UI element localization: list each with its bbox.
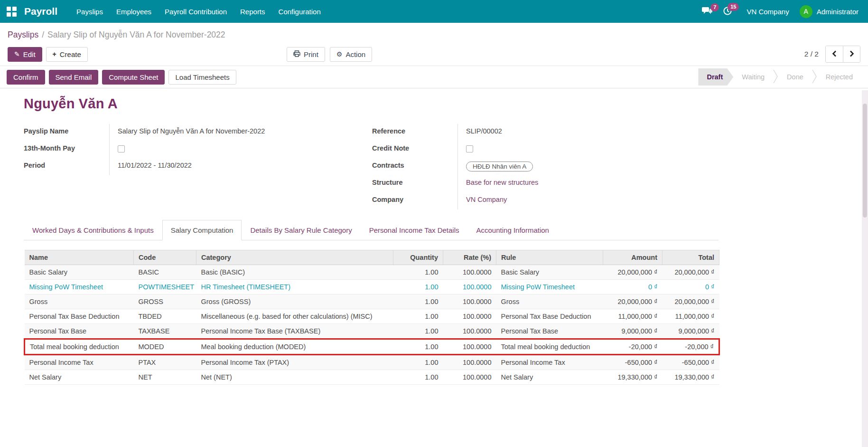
menu-item-payslips[interactable]: Payslips	[70, 0, 110, 23]
cell-total[interactable]: 20,000,000 ₫	[663, 265, 719, 280]
company-switcher[interactable]: VN Company	[747, 8, 789, 16]
table-row-tbded[interactable]: Personal Tax Base DeductionTBDEDMiscella…	[25, 309, 719, 324]
cell-code[interactable]: POWTIMESHEET	[134, 280, 196, 295]
cell-total[interactable]: 11,000,000 ₫	[663, 309, 719, 324]
cell-amount[interactable]: 20,000,000 ₫	[603, 265, 663, 280]
cell-name[interactable]: Personal Tax Base Deduction	[25, 309, 134, 324]
menu-item-reports[interactable]: Reports	[233, 0, 272, 23]
cell-total[interactable]: -20,000 ₫	[663, 339, 719, 355]
print-button[interactable]: Print	[287, 47, 325, 62]
cell-category[interactable]: Gross (GROSS)	[196, 295, 393, 309]
table-row-gross[interactable]: GrossGROSSGross (GROSS)1.00100.0000Gross…	[25, 295, 719, 309]
cell-amount[interactable]: 9,000,000 ₫	[603, 324, 663, 339]
cell-total[interactable]: 9,000,000 ₫	[663, 324, 719, 339]
cell-name[interactable]: Gross	[25, 295, 134, 309]
tab-accounting-information[interactable]: Accounting Information	[468, 220, 558, 240]
cell-rate[interactable]: 100.0000	[443, 280, 496, 295]
cell-category[interactable]: Basic (BASIC)	[196, 265, 393, 280]
column-header-amount[interactable]: Amount	[603, 250, 663, 265]
cell-total[interactable]: -650,000 ₫	[663, 355, 719, 370]
column-header-rule[interactable]: Rule	[496, 250, 603, 265]
cell-category[interactable]: Net (NET)	[196, 370, 393, 385]
table-row-taxbase[interactable]: Personal Tax BaseTAXBASEPersonal Income …	[25, 324, 719, 339]
create-button[interactable]: + Create	[46, 47, 88, 62]
column-header-name[interactable]: Name	[25, 250, 134, 265]
cell-rate[interactable]: 100.0000	[443, 370, 496, 385]
structure-link[interactable]: Base for new structures	[466, 179, 538, 186]
scrollbar-thumb[interactable]	[863, 104, 867, 218]
cell-rate[interactable]: 100.0000	[443, 355, 496, 370]
cell-name[interactable]: Basic Salary	[25, 265, 134, 280]
table-row-basic[interactable]: Basic SalaryBASICBasic (BASIC)1.00100.00…	[25, 265, 719, 280]
cell-total[interactable]: 20,000,000 ₫	[663, 295, 719, 309]
cell-total[interactable]: 0 ₫	[663, 280, 719, 295]
user-menu[interactable]: A Administrator	[800, 5, 859, 18]
column-header-quantity[interactable]: Quantity	[393, 250, 443, 265]
cell-code[interactable]: BASIC	[134, 265, 196, 280]
pager-next-button[interactable]	[843, 46, 860, 62]
cell-rule[interactable]: Personal Tax Base Deduction	[496, 309, 603, 324]
table-row-moded[interactable]: Total meal booking deductionMODEDMeal bo…	[25, 339, 719, 355]
cell-name[interactable]: Net Salary	[25, 370, 134, 385]
cell-code[interactable]: NET	[134, 370, 196, 385]
cell-code[interactable]: PTAX	[134, 355, 196, 370]
company-link[interactable]: VN Company	[466, 196, 507, 203]
cell-rule[interactable]: Basic Salary	[496, 265, 603, 280]
cell-rule[interactable]: Personal Income Tax	[496, 355, 603, 370]
cell-amount[interactable]: 0 ₫	[603, 280, 663, 295]
confirm-button[interactable]: Confirm	[7, 70, 45, 85]
cell-quantity[interactable]: 1.00	[393, 265, 443, 280]
menu-item-payroll-contribution[interactable]: Payroll Contribution	[158, 0, 233, 23]
column-header-category[interactable]: Category	[196, 250, 393, 265]
breadcrumb-parent[interactable]: Payslips	[8, 30, 38, 39]
contracts-tag[interactable]: HĐLĐ Nhân viên A	[466, 162, 533, 171]
tab-salary-computation[interactable]: Salary Computation	[162, 220, 242, 240]
cell-quantity[interactable]: 1.00	[393, 295, 443, 309]
cell-category[interactable]: Meal booking deduction (MODED)	[196, 339, 393, 355]
cell-category[interactable]: Miscellaneous (e.g. based for other calc…	[196, 309, 393, 324]
column-header-rate[interactable]: Rate (%)	[443, 250, 496, 265]
load-timesheets-button[interactable]: Load Timesheets	[168, 70, 236, 85]
tab-personal-income-tax-details[interactable]: Personal Income Tax Details	[361, 220, 468, 240]
cell-category[interactable]: HR Timesheet (TIMESHEET)	[196, 280, 393, 295]
cell-category[interactable]: Personal Income Tax (PTAX)	[196, 355, 393, 370]
cell-quantity[interactable]: 1.00	[393, 355, 443, 370]
send-email-button[interactable]: Send Email	[49, 70, 99, 85]
cell-code[interactable]: GROSS	[134, 295, 196, 309]
app-brand[interactable]: Payroll	[24, 6, 57, 17]
cell-rate[interactable]: 100.0000	[443, 339, 496, 355]
table-row-ptax[interactable]: Personal Income TaxPTAXPersonal Income T…	[25, 355, 719, 370]
table-row-powtimesheet[interactable]: Missing PoW TimesheetPOWTIMESHEETHR Time…	[25, 280, 719, 295]
tab-details-by-salary-rule-category[interactable]: Details By Salary Rule Category	[242, 220, 360, 240]
cell-rate[interactable]: 100.0000	[443, 295, 496, 309]
status-stage-rejected[interactable]: Rejected	[817, 73, 861, 81]
column-header-total[interactable]: Total	[663, 250, 719, 265]
scrollbar-track[interactable]	[862, 90, 868, 447]
cell-quantity[interactable]: 1.00	[393, 309, 443, 324]
13th-month-pay-checkbox[interactable]	[118, 145, 125, 152]
tab-worked-days-contributions-inputs[interactable]: Worked Days & Contributions & Inputs	[24, 220, 162, 240]
cell-amount[interactable]: 11,000,000 ₫	[603, 309, 663, 324]
column-header-code[interactable]: Code	[134, 250, 196, 265]
credit-note-checkbox[interactable]	[466, 145, 473, 152]
cell-name[interactable]: Personal Tax Base	[25, 324, 134, 339]
status-stage-done[interactable]: Done	[778, 73, 812, 81]
table-row-net[interactable]: Net SalaryNETNet (NET)1.00100.0000Net Sa…	[25, 370, 719, 385]
cell-rule[interactable]: Gross	[496, 295, 603, 309]
cell-code[interactable]: TBDED	[134, 309, 196, 324]
cell-quantity[interactable]: 1.00	[393, 280, 443, 295]
cell-quantity[interactable]: 1.00	[393, 370, 443, 385]
cell-quantity[interactable]: 1.00	[393, 339, 443, 355]
pager-prev-button[interactable]	[826, 46, 843, 62]
menu-item-employees[interactable]: Employees	[110, 0, 158, 23]
status-stage-draft[interactable]: Draft	[698, 68, 733, 86]
cell-rule[interactable]: Missing PoW Timesheet	[496, 280, 603, 295]
cell-rule[interactable]: Personal Tax Base	[496, 324, 603, 339]
apps-grid-icon[interactable]	[7, 7, 17, 17]
cell-total[interactable]: 19,330,000 ₫	[663, 370, 719, 385]
messages-button[interactable]: 7	[702, 7, 712, 17]
compute-sheet-button[interactable]: Compute Sheet	[102, 70, 165, 85]
cell-rate[interactable]: 100.0000	[443, 309, 496, 324]
edit-button[interactable]: ✎ Edit	[8, 47, 42, 62]
cell-rate[interactable]: 100.0000	[443, 324, 496, 339]
